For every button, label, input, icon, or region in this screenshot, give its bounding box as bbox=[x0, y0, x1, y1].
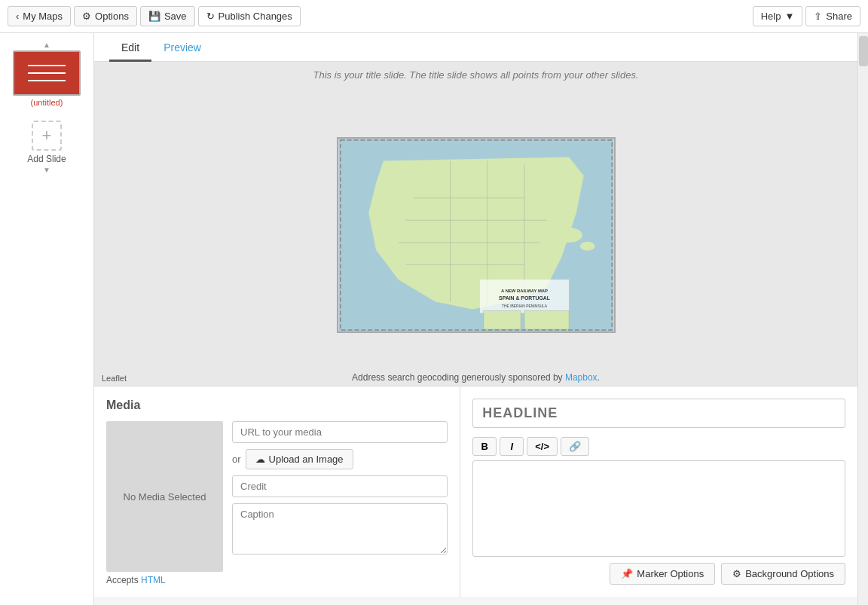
svg-text:THE IBERIAN PENINSULA: THE IBERIAN PENINSULA bbox=[502, 304, 548, 308]
save-label: Save bbox=[164, 11, 187, 22]
map-svg: A NEW RAILWAY MAP SPAIN & PORTUGAL THE I… bbox=[338, 139, 614, 332]
options-label: Options bbox=[95, 11, 129, 22]
chevron-left-icon: ‹ bbox=[16, 11, 19, 22]
help-button[interactable]: Help ▼ bbox=[753, 6, 803, 26]
link-button[interactable]: 🔗 bbox=[561, 437, 589, 456]
publish-button[interactable]: ↻ Publish Changes bbox=[198, 6, 301, 26]
marker-options-button[interactable]: 📌 Marker Options bbox=[610, 563, 715, 585]
map-container: This is your title slide. The title slid… bbox=[94, 62, 857, 386]
map-hint: This is your title slide. The title slid… bbox=[94, 69, 857, 81]
slide-thumb-icon bbox=[24, 58, 69, 88]
sidebar: ▲ (untitled) + Add Slide ▼ bbox=[0, 33, 94, 605]
scroll-thumb[interactable] bbox=[859, 36, 868, 66]
add-slide-button[interactable]: + Add Slide bbox=[27, 121, 66, 164]
map-image: A NEW RAILWAY MAP SPAIN & PORTUGAL THE I… bbox=[337, 137, 616, 333]
upload-row: or ☁ Upload an Image bbox=[232, 449, 448, 469]
slide-thumbnail[interactable]: (untitled) bbox=[13, 50, 81, 107]
my-maps-button[interactable]: ‹ My Maps bbox=[8, 6, 71, 26]
editor-toolbar: B I </> 🔗 bbox=[472, 437, 845, 456]
upload-image-button[interactable]: ☁ Upload an Image bbox=[246, 449, 353, 469]
svg-rect-20 bbox=[524, 310, 569, 329]
sidebar-scroll-up[interactable]: ▲ bbox=[39, 39, 54, 50]
tabs: Edit Preview bbox=[94, 33, 857, 62]
background-options-label: Background Options bbox=[745, 568, 834, 579]
refresh-icon: ↻ bbox=[206, 11, 215, 22]
tab-preview[interactable]: Preview bbox=[151, 35, 213, 62]
share-label: Share bbox=[826, 11, 852, 22]
svg-text:A NEW RAILWAY MAP: A NEW RAILWAY MAP bbox=[501, 289, 548, 293]
plus-icon: + bbox=[32, 121, 62, 151]
save-icon: 💾 bbox=[148, 11, 160, 22]
gear-icon: ⚙ bbox=[82, 11, 91, 22]
or-label: or bbox=[232, 454, 241, 465]
share-button[interactable]: ⇧ Share bbox=[805, 6, 860, 26]
svg-point-14 bbox=[579, 242, 594, 251]
headline-section: B I </> 🔗 📌 Marker Options ⚙ Background … bbox=[460, 387, 857, 597]
media-section-title: Media bbox=[106, 399, 448, 412]
map-area: This is your title slide. The title slid… bbox=[94, 62, 857, 386]
share-icon: ⇧ bbox=[814, 11, 822, 22]
accepts-html-label: Accepts HTML bbox=[106, 575, 448, 585]
svg-rect-19 bbox=[483, 310, 520, 329]
save-button[interactable]: 💾 Save bbox=[140, 6, 195, 26]
bottom-panel: Media No Media Selected or ☁ Upload an I… bbox=[94, 386, 857, 597]
marker-icon: 📌 bbox=[621, 568, 633, 579]
right-scrollbar[interactable] bbox=[857, 33, 868, 605]
add-slide-label: Add Slide bbox=[27, 154, 66, 164]
credit-input[interactable] bbox=[232, 475, 448, 497]
background-options-button[interactable]: ⚙ Background Options bbox=[721, 563, 845, 585]
options-row: 📌 Marker Options ⚙ Background Options bbox=[472, 563, 845, 585]
caption-input[interactable] bbox=[232, 503, 448, 555]
italic-button[interactable]: I bbox=[500, 437, 524, 456]
upload-label: Upload an Image bbox=[269, 454, 344, 465]
sidebar-scroll-down[interactable]: ▼ bbox=[39, 164, 54, 176]
media-url-input[interactable] bbox=[232, 421, 448, 443]
tab-edit[interactable]: Edit bbox=[109, 35, 151, 62]
marker-options-label: Marker Options bbox=[637, 568, 704, 579]
toolbar: ‹ My Maps ⚙ Options 💾 Save ↻ Publish Cha… bbox=[0, 0, 868, 33]
svg-text:SPAIN & PORTUGAL: SPAIN & PORTUGAL bbox=[499, 295, 550, 301]
html-link[interactable]: HTML bbox=[141, 575, 166, 585]
no-media-box: No Media Selected bbox=[106, 421, 223, 572]
main-layout: ▲ (untitled) + Add Slide ▼ Edit Preview bbox=[0, 33, 868, 605]
media-section: Media No Media Selected or ☁ Upload an I… bbox=[94, 387, 460, 597]
my-maps-label: My Maps bbox=[23, 11, 63, 22]
svg-point-13 bbox=[555, 228, 582, 243]
bold-button[interactable]: B bbox=[472, 437, 497, 456]
code-button[interactable]: </> bbox=[527, 437, 558, 456]
publish-label: Publish Changes bbox=[219, 11, 292, 22]
geocode-attribution: Address search geocoding generously spon… bbox=[94, 372, 857, 383]
slide-thumb-label: (untitled) bbox=[13, 98, 81, 107]
options-button[interactable]: ⚙ Options bbox=[74, 6, 137, 26]
slide-thumb-image bbox=[13, 50, 81, 96]
upload-icon: ☁ bbox=[255, 454, 265, 465]
headline-input[interactable] bbox=[472, 399, 845, 428]
editor-content[interactable] bbox=[472, 460, 845, 557]
media-row: No Media Selected or ☁ Upload an Image bbox=[106, 421, 448, 572]
media-inputs: or ☁ Upload an Image bbox=[232, 421, 448, 572]
no-media-label: No Media Selected bbox=[124, 491, 206, 503]
content-area: Edit Preview This is your title slide. T… bbox=[94, 33, 857, 605]
help-label: Help bbox=[761, 11, 781, 22]
gear-icon-bg: ⚙ bbox=[732, 568, 741, 579]
chevron-down-icon: ▼ bbox=[784, 11, 794, 22]
